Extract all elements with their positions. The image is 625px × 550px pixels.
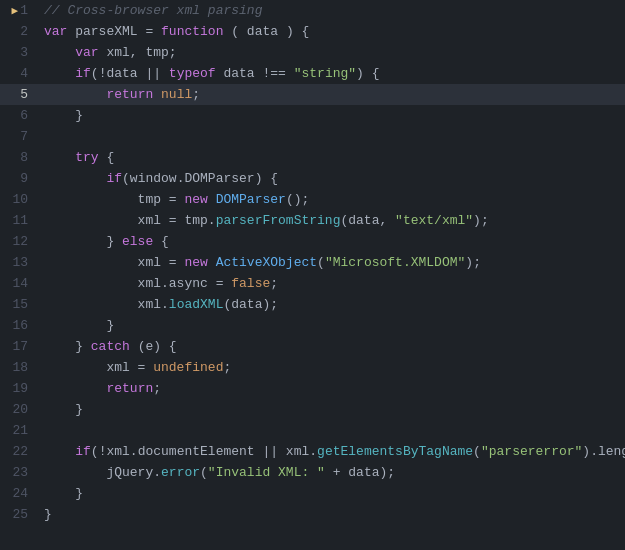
line-number: 5: [0, 84, 36, 105]
code-line: } catch (e) {: [36, 336, 625, 357]
code-line: tmp = new DOMParser();: [36, 189, 625, 210]
code-line: xml = undefined;: [36, 357, 625, 378]
code-line: if(window.DOMParser) {: [36, 168, 625, 189]
line-number: 11: [0, 210, 36, 231]
code-line: var xml, tmp;: [36, 42, 625, 63]
code-line: // Cross-browser xml parsing: [36, 0, 625, 21]
line-number: 6: [0, 105, 36, 126]
line-number: 14: [0, 273, 36, 294]
line-numbers: ▶123456789101112131415161718192021222324…: [0, 0, 36, 550]
line-number: 15: [0, 294, 36, 315]
line-number: 3: [0, 42, 36, 63]
code-line: }: [36, 483, 625, 504]
line-number: 23: [0, 462, 36, 483]
line-number: 9: [0, 168, 36, 189]
line-number: 22: [0, 441, 36, 462]
line-number: 16: [0, 315, 36, 336]
code-line: try {: [36, 147, 625, 168]
line-number: 10: [0, 189, 36, 210]
line-number: 25: [0, 504, 36, 525]
code-line: jQuery.error("Invalid XML: " + data);: [36, 462, 625, 483]
code-line: } else {: [36, 231, 625, 252]
line-number: 24: [0, 483, 36, 504]
line-number: 18: [0, 357, 36, 378]
line-number: 20: [0, 399, 36, 420]
line-number: 12: [0, 231, 36, 252]
line-number: ▶1: [0, 0, 36, 21]
line-number: 4: [0, 63, 36, 84]
code-line: return null;: [36, 84, 625, 105]
line-number: 13: [0, 252, 36, 273]
code-line: }: [36, 504, 625, 525]
code-line: xml = tmp.parserFromString(data, "text/x…: [36, 210, 625, 231]
code-line: [36, 420, 625, 441]
code-line: xml.async = false;: [36, 273, 625, 294]
code-line: xml.loadXML(data);: [36, 294, 625, 315]
code-line: return;: [36, 378, 625, 399]
line-number: 21: [0, 420, 36, 441]
code-content[interactable]: // Cross-browser xml parsingvar parseXML…: [36, 0, 625, 550]
line-number: 19: [0, 378, 36, 399]
code-line: if(!data || typeof data !== "string") {: [36, 63, 625, 84]
code-line: }: [36, 105, 625, 126]
line-number: 2: [0, 21, 36, 42]
code-line: }: [36, 399, 625, 420]
line-number: 8: [0, 147, 36, 168]
line-number: 7: [0, 126, 36, 147]
code-editor: ▶123456789101112131415161718192021222324…: [0, 0, 625, 550]
code-line: [36, 126, 625, 147]
code-line: if(!xml.documentElement || xml.getElemen…: [36, 441, 625, 462]
line-number: 17: [0, 336, 36, 357]
code-line: }: [36, 315, 625, 336]
code-line: xml = new ActiveXObject("Microsoft.XMLDO…: [36, 252, 625, 273]
code-line: var parseXML = function ( data ) {: [36, 21, 625, 42]
